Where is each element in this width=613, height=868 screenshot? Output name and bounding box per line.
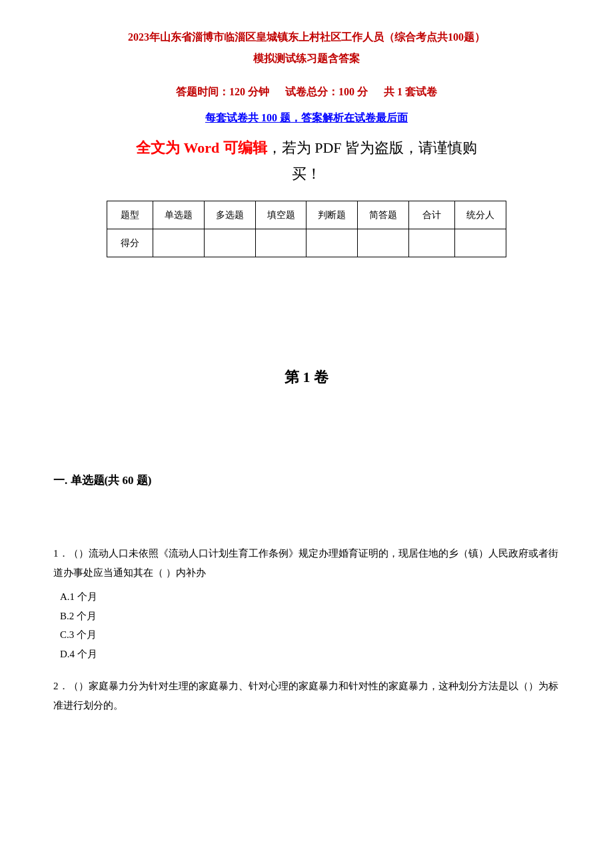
header-section: 2023年山东省淄博市临淄区皇城镇东上村社区工作人员（综合考点共100题） 模拟…: [53, 27, 560, 69]
table-header-short: 简答题: [358, 201, 409, 229]
table-header-type: 题型: [107, 201, 153, 229]
question-1-option-a: A.1 个月: [60, 587, 560, 607]
spacer-1: [53, 271, 560, 351]
question-1-option-c: C.3 个月: [60, 625, 560, 645]
question-2-text: 2．（）家庭暴力分为针对生理的家庭暴力、针对心理的家庭暴力和针对性的家庭暴力，这…: [53, 677, 560, 715]
table-score-short: [358, 229, 409, 257]
volume-title: 第 1 卷: [53, 364, 560, 391]
table-score-single: [153, 229, 204, 257]
table-score-total: [409, 229, 455, 257]
table-header-scorer: 统分人: [455, 201, 506, 229]
table-score-multi: [204, 229, 255, 257]
info-line: 答题时间：120 分钟 试卷总分：100 分 共 1 套试卷: [53, 83, 560, 102]
word-edit-notice: 全文为 Word 可编辑，若为 PDF 皆为盗版，请谨慎购 买！: [53, 135, 560, 187]
table-header-single: 单选题: [153, 201, 204, 229]
question-1-option-b: B.2 个月: [60, 607, 560, 626]
main-title: 2023年山东省淄博市临淄区皇城镇东上村社区工作人员（综合考点共100题） 模拟…: [53, 27, 560, 69]
score-table: 题型 单选题 多选题 填空题 判断题 简答题 合计 统分人 得分: [107, 201, 506, 257]
table-header-total: 合计: [409, 201, 455, 229]
table-score-judge: [306, 229, 358, 257]
question-2: 2．（）家庭暴力分为针对生理的家庭暴力、针对心理的家庭暴力和针对性的家庭暴力，这…: [53, 677, 560, 715]
table-header-multi: 多选题: [204, 201, 255, 229]
table-score-fill: [255, 229, 306, 257]
question-1-text: 1．（）流动人口未依照《流动人口计划生育工作条例》规定办理婚育证明的，现居住地的…: [53, 544, 560, 582]
question-1-options: A.1 个月 B.2 个月 C.3 个月 D.4 个月: [60, 587, 560, 663]
table-score-scorer: [455, 229, 506, 257]
table-score-row: 得分: [107, 229, 506, 257]
spacer-2: [53, 431, 560, 457]
spacer-3: [53, 504, 560, 531]
highlight-notice: 每套试卷共 100 题，答案解析在试卷最后面: [53, 109, 560, 128]
table-header-judge: 判断题: [306, 201, 358, 229]
table-score-label: 得分: [107, 229, 153, 257]
question-1: 1．（）流动人口未依照《流动人口计划生育工作条例》规定办理婚育证明的，现居住地的…: [53, 544, 560, 663]
question-1-option-d: D.4 个月: [60, 645, 560, 664]
section1-title: 一. 单选题(共 60 题): [53, 471, 560, 491]
table-header-row: 题型 单选题 多选题 填空题 判断题 简答题 合计 统分人: [107, 201, 506, 229]
table-header-fill: 填空题: [255, 201, 306, 229]
